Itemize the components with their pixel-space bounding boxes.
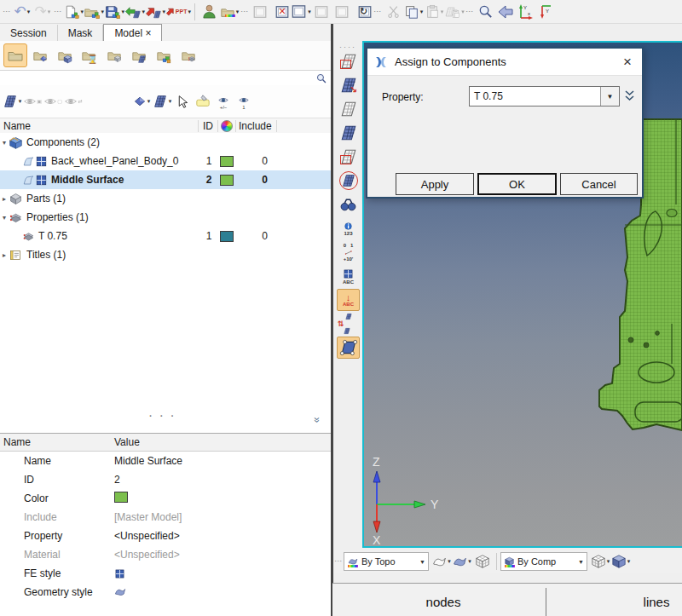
add-page-button[interactable] (250, 3, 270, 21)
tree-item-t075[interactable]: T 0.75 1 0 (0, 227, 331, 245)
panel-item-lines[interactable]: lines (644, 595, 670, 609)
cut-button[interactable] (383, 3, 403, 21)
show-hide-all-button[interactable]: ▣ (22, 92, 43, 111)
highlight-button[interactable] (193, 92, 213, 111)
ok-button[interactable]: OK (477, 173, 557, 195)
strip-mesh-swap-icon[interactable]: ⇅ (337, 313, 360, 335)
strip-assign-abc-icon[interactable]: ↓ABC (337, 289, 360, 311)
toolbar-drag-handle[interactable]: ⋮ (336, 557, 341, 566)
zoom-fit-button[interactable] (475, 3, 495, 21)
save-model-button[interactable]: ▾ (104, 3, 124, 21)
tab-session[interactable]: Session (0, 25, 58, 41)
view-back-button[interactable] (495, 3, 516, 21)
toolbar-drag-handle[interactable]: ⋮ (242, 8, 247, 16)
entity-row-include[interactable]: Include[Master Model] (0, 508, 331, 527)
strip-mesh-red-arrow-icon[interactable]: ↘ (337, 74, 360, 96)
column-name[interactable]: Name (0, 120, 199, 132)
apply-button[interactable]: Apply (396, 173, 474, 195)
strip-surface-points-icon[interactable] (337, 337, 360, 359)
geometry-solid-button[interactable] (472, 552, 493, 571)
entity-row-fe-style[interactable]: FE style (0, 564, 331, 583)
property-combobox[interactable]: T 0.75 ▼ (469, 86, 620, 107)
property-color-swatch[interactable] (220, 231, 234, 242)
strip-mesh-abc-icon[interactable]: ABC (337, 265, 360, 287)
expander-icon[interactable]: ▾ (0, 214, 9, 222)
expander-icon[interactable]: ▾ (0, 139, 9, 147)
dialog-title-bar[interactable]: Assign to Components × (367, 49, 642, 76)
isolate-one-button[interactable]: 1 (234, 92, 254, 111)
tree-group-properties[interactable]: ▾ Properties (1) (0, 208, 331, 227)
organize-button[interactable]: ▾ (219, 3, 240, 21)
link-view-button[interactable] (28, 43, 52, 67)
tree-item-middle-surface[interactable]: Middle Surface 2 0 (0, 170, 331, 189)
show-hide-toggle-button[interactable]: +/− (213, 92, 234, 111)
swap-windows-button[interactable] (311, 3, 332, 21)
undo-button[interactable]: ↶▾ (12, 3, 32, 21)
entity-row-material[interactable]: Material<Unspecified> (0, 545, 331, 564)
toolbar-drag-handle[interactable]: ⋮ (4, 8, 9, 16)
dialog-close-icon[interactable]: × (620, 55, 635, 69)
panels-display-button[interactable]: ▾ (2, 92, 22, 111)
mesh-color-mode-select[interactable]: By Comp ▼ (500, 552, 587, 571)
component-view-button[interactable] (53, 43, 77, 67)
export-ppt-button[interactable]: PPT▾ (165, 3, 191, 21)
toolbar-drag-handle[interactable]: ⋮ (375, 8, 380, 16)
tree-group-parts[interactable]: ▸ Parts (1) (0, 189, 331, 208)
set-view-button[interactable] (152, 43, 176, 67)
strip-mesh-circled-icon[interactable] (337, 170, 360, 192)
redo-button[interactable]: ↷▾ (32, 3, 53, 21)
expand-window-button[interactable] (332, 3, 352, 21)
tree-item-back-wheel[interactable]: Back_wheel_Panel_Body_0 1 0 (0, 152, 331, 170)
strip-find-icon[interactable] (337, 193, 360, 216)
collapse-chevron-icon[interactable]: « (310, 417, 322, 423)
toolbar-drag-handle[interactable]: ⋮ (55, 8, 61, 16)
toolbar-drag-handle[interactable]: ⋮ (467, 8, 472, 16)
strip-mesh-solid-icon[interactable] (337, 122, 360, 144)
mesh-shaded-button[interactable]: ▾ (610, 552, 631, 571)
expander-icon[interactable]: ▸ (0, 251, 9, 259)
page-layout-button[interactable]: ▾ (291, 3, 311, 21)
combobox-dropdown-icon[interactable]: ▼ (600, 87, 619, 106)
entity-row-color[interactable]: Color (0, 489, 331, 508)
column-id[interactable]: ID (199, 120, 218, 132)
panel-divider[interactable] (331, 24, 333, 616)
geometry-color-mode-select[interactable]: By Topo ▼ (344, 552, 429, 571)
show-hide-reverse-button[interactable]: ▢ (43, 92, 63, 111)
tab-model[interactable]: Model × (103, 24, 162, 42)
import-view-button[interactable] (102, 43, 126, 67)
view-axes-xy-icon[interactable]: Yx (516, 3, 536, 21)
expander-icon[interactable]: ▸ (0, 195, 9, 203)
copy-button[interactable]: ▾ (403, 3, 424, 21)
delete-page-button[interactable]: ✕ (270, 3, 291, 21)
tab-mask[interactable]: Mask (58, 25, 104, 41)
strip-mesh-plain-icon[interactable] (337, 98, 360, 120)
tab-close-icon[interactable]: × (145, 27, 151, 39)
mesh-display-button[interactable]: ▾ (152, 92, 172, 111)
entity-row-id[interactable]: ID2 (0, 470, 331, 489)
strip-mesh-frame-icon[interactable] (337, 50, 360, 72)
history-view-button[interactable]: ⌛ (78, 43, 101, 67)
view-axes-flip-icon[interactable]: Y (536, 3, 557, 21)
mesh-wireframe-button[interactable]: ▾ (590, 552, 610, 571)
open-model-button[interactable]: ▾ (84, 3, 104, 21)
entity-row-property[interactable]: Property<Unspecified> (0, 527, 331, 545)
strip-dimension-icon[interactable]: 0 1+10' (337, 241, 360, 263)
browser-search-input[interactable] (0, 72, 315, 85)
model-view-button[interactable] (3, 43, 27, 67)
panel-item-nodes[interactable]: nodes (426, 595, 461, 609)
paste-special-button[interactable]: ▾ (444, 3, 465, 21)
refresh-window-button[interactable]: ↻ (352, 3, 373, 21)
strip-mesh-frame2-icon[interactable] (337, 146, 360, 168)
column-include[interactable]: Include (236, 120, 277, 132)
fe-view-button[interactable] (127, 43, 151, 67)
entity-row-geometry-style[interactable]: Geometry style (0, 583, 331, 602)
component-color-swatch[interactable] (220, 156, 234, 167)
entity-color-swatch[interactable] (114, 492, 128, 503)
geometry-wireframe-button[interactable]: ▾ (431, 552, 452, 571)
sort-view-button[interactable] (176, 43, 200, 67)
user-profile-button[interactable] (199, 3, 219, 21)
export-button[interactable]: ▾ (145, 3, 165, 21)
strip-info-numbers-icon[interactable]: 123 (337, 217, 360, 239)
tree-group-components[interactable]: ▾ Components (2) (0, 133, 331, 152)
isolate-shown-button[interactable]: ⇄ (63, 92, 84, 111)
